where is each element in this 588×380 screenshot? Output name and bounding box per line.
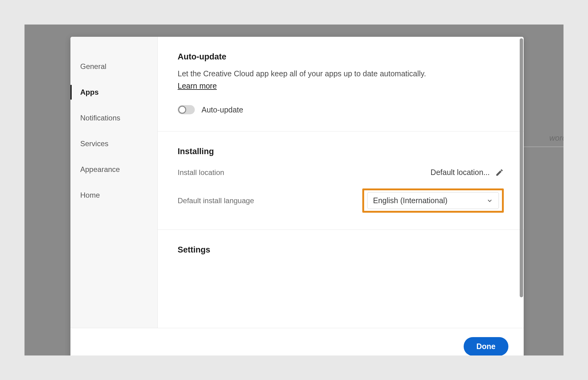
- toggle-knob: [178, 106, 186, 114]
- content-area: Auto-update Let the Creative Cloud app k…: [158, 37, 524, 328]
- sidebar-item-appearance[interactable]: Appearance: [70, 157, 157, 182]
- auto-update-toggle[interactable]: [178, 105, 195, 114]
- sidebar-item-notifications[interactable]: Notifications: [70, 105, 157, 131]
- auto-update-title: Auto-update: [178, 52, 504, 62]
- auto-update-toggle-row: Auto-update: [178, 105, 504, 114]
- auto-update-section: Auto-update Let the Creative Cloud app k…: [158, 37, 524, 131]
- sidebar-item-label: Home: [80, 191, 100, 199]
- sidebar-item-label: Services: [80, 139, 108, 148]
- settings-section: Settings: [158, 230, 524, 278]
- preferences-modal: General Apps Notifications Services Appe…: [70, 37, 524, 355]
- outer-frame: word General Apps Notifications Ser: [14, 14, 574, 366]
- language-dropdown[interactable]: English (International): [367, 192, 499, 209]
- auto-update-toggle-label: Auto-update: [202, 105, 243, 114]
- sidebar-item-label: Apps: [80, 88, 99, 96]
- installing-title: Installing: [178, 147, 504, 156]
- auto-update-description: Let the Creative Cloud app keep all of y…: [178, 68, 504, 79]
- sidebar-item-general[interactable]: General: [70, 54, 157, 79]
- install-language-row: Default install language English (Intern…: [178, 188, 504, 213]
- done-button[interactable]: Done: [464, 337, 509, 355]
- sidebar-item-apps[interactable]: Apps: [70, 79, 157, 105]
- language-highlight: English (International): [362, 188, 504, 213]
- modal-body: General Apps Notifications Services Appe…: [70, 37, 524, 328]
- sidebar-item-label: Appearance: [80, 165, 120, 173]
- language-dropdown-value: English (International): [373, 196, 447, 205]
- install-location-value: Default location...: [431, 168, 490, 177]
- scrollbar-thumb[interactable]: [520, 38, 523, 297]
- sidebar-item-label: Notifications: [80, 114, 120, 122]
- sidebar-item-services[interactable]: Services: [70, 131, 157, 157]
- background-partial-text: word: [549, 133, 564, 143]
- install-location-value-group: Default location...: [431, 168, 504, 177]
- install-location-label: Install location: [178, 168, 224, 177]
- installing-section: Installing Install location Default loca…: [158, 131, 524, 230]
- learn-more-link[interactable]: Learn more: [178, 82, 217, 90]
- content-inner: Auto-update Let the Creative Cloud app k…: [158, 37, 524, 278]
- modal-backdrop: word General Apps Notifications Ser: [24, 25, 564, 355]
- install-language-label: Default install language: [178, 196, 254, 205]
- chevron-down-icon: [486, 197, 493, 204]
- sidebar-item-label: General: [80, 62, 106, 70]
- modal-footer: Done: [70, 328, 524, 355]
- install-location-row: Install location Default location...: [178, 168, 504, 177]
- pencil-icon[interactable]: [495, 168, 504, 177]
- sidebar: General Apps Notifications Services Appe…: [70, 37, 158, 328]
- settings-title: Settings: [178, 245, 504, 255]
- sidebar-item-home[interactable]: Home: [70, 182, 157, 208]
